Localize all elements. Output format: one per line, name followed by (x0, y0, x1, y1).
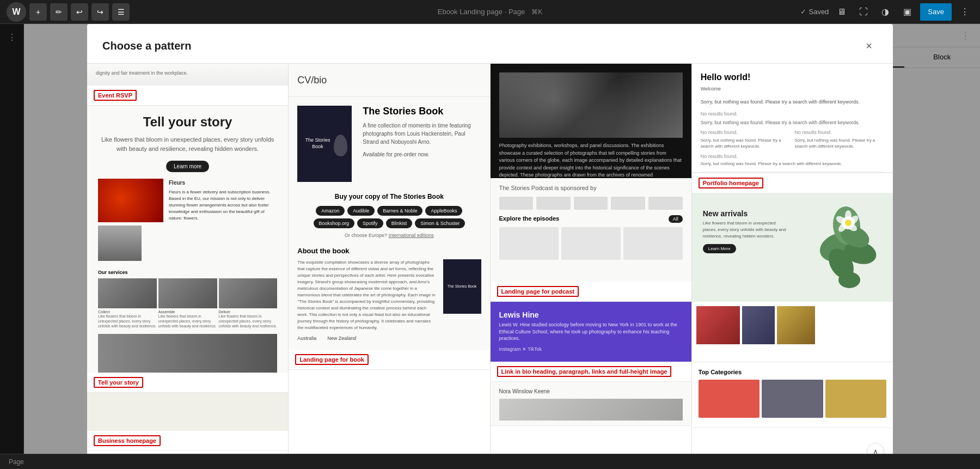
retailer-audible: Audible (347, 206, 375, 216)
tools-button[interactable]: ✏ (50, 3, 68, 21)
nora-name: Nora Winslow Keene (499, 388, 683, 394)
pattern-col-2[interactable]: CV/bio The Stories Book (289, 64, 490, 469)
all-episodes-btn[interactable]: All (669, 215, 683, 223)
buy-title: Buy your copy of The Stories Book (297, 193, 481, 200)
contrast-button[interactable]: ◑ (877, 3, 894, 21)
pattern-card-podcast[interactable]: Photography exhibitions, workshops, and … (491, 64, 691, 302)
hw-no-results-label-3: No results found. (701, 154, 884, 159)
retailer-apple: AppleBooks (425, 206, 462, 216)
pattern-card-link-bio[interactable]: Lewis Hine Lewis W. Hine studied sociolo… (491, 302, 691, 382)
sidebar-toggle-button[interactable]: ▣ (898, 3, 916, 21)
save-button[interactable]: Save (920, 3, 952, 21)
fullscreen-button[interactable]: ⛶ (855, 3, 872, 21)
retailer-blinkist: Blinkist (386, 218, 413, 228)
pattern-preview-podcast-top: Photography exhibitions, workshops, and … (491, 64, 691, 178)
svg-point-12 (845, 220, 852, 226)
episode-card-2 (561, 227, 621, 260)
list-view-button[interactable]: ☰ (112, 3, 130, 21)
pattern-col-3[interactable]: Photography exhibitions, workshops, and … (491, 64, 692, 469)
portfolio-inner: New arrivals Like flowers that bloom in … (692, 193, 893, 349)
service-img-2 (158, 278, 217, 308)
story-red-image (98, 179, 163, 222)
pattern-preview-hello-world: Hello world! Welcome Sorry, but nothing … (692, 64, 893, 173)
service-item-1: Collect Like flowers that bloom in unexp… (98, 278, 157, 328)
story-layout: Fleurs Fleurs is a flower delivery and s… (98, 179, 277, 261)
pattern-card-business-scroll[interactable]: Business homepage (87, 393, 288, 451)
pattern-preview-link-bio: Lewis Hine Lewis W. Hine studied sociolo… (491, 302, 691, 362)
buy-buttons: Amazon Audible Barnes & Noble AppleBooks… (297, 206, 481, 228)
edition-links: AustraliaNew Zealand (297, 336, 481, 341)
pattern-preview-sponsored: The Stories Podcast is sponsored by (491, 178, 691, 282)
book-info: The Stories Book A fine collection of mo… (363, 106, 481, 163)
hw-two-col: No results found. Sorry, but nothing was… (701, 130, 884, 149)
cvbio-label-text: CV/bio (297, 75, 327, 86)
pattern-preview-cvbio: CV/bio (289, 64, 489, 96)
pattern-card-nora[interactable]: Nora Winslow Keene (491, 382, 691, 426)
category-item-2 (762, 380, 823, 418)
keyboard-shortcut: ⌘K (531, 8, 542, 16)
pattern-label-book-landing: Landing page for book (295, 354, 369, 365)
dialog-header: Choose a pattern × (87, 24, 893, 64)
pattern-col-1[interactable]: dignity and fair treatment in the workpl… (87, 64, 289, 469)
thumb-3 (777, 306, 815, 344)
pattern-card-book-landing[interactable]: The Stories Book The Stories Book A fine… (289, 97, 489, 370)
pattern-card-tell-story[interactable]: Tell your story Like flowers that bloom … (87, 106, 288, 393)
dialog-close-button[interactable]: × (860, 37, 878, 54)
story-brand-name: Fleurs (169, 179, 277, 187)
service-item-2: Assemble Like flowers that bloom in unex… (158, 278, 217, 328)
about-book-section: About the book The exquisite compilation… (297, 247, 481, 341)
top-cat-title: Top Categories (699, 369, 886, 375)
portfolio-arrivals-text: New arrivals (703, 209, 790, 218)
wordpress-logo[interactable]: W (7, 2, 26, 22)
undo-button[interactable]: ↩ (71, 3, 88, 21)
toolbar-left: W + ✏ ↩ ↪ ☰ (7, 2, 796, 22)
story-services-section: Our services Collect Like flowers that b… (98, 270, 277, 328)
pattern-preview-book: The Stories Book The Stories Book A fine… (289, 97, 489, 350)
portfolio-thumbs (692, 302, 893, 349)
pattern-card-cvbio[interactable]: CV/bio (289, 64, 489, 97)
pattern-col-4[interactable]: Hello world! Welcome Sorry, but nothing … (692, 64, 893, 469)
choose-pattern-dialog: Choose a pattern × dignity and fair trea… (87, 24, 893, 469)
pattern-card-top-categories[interactable]: Top Categories (692, 362, 893, 428)
pattern-preview-tell-story: Tell your story Like flowers that bloom … (87, 106, 288, 373)
service-label-2: Assemble (158, 310, 217, 314)
hello-world-inner: Hello world! Welcome Sorry, but nothing … (692, 64, 893, 173)
story-title-text: Tell your story (98, 114, 277, 130)
hw-col-2: No results found. Sorry, but nothing was… (794, 130, 884, 149)
business-scroll-preview (87, 393, 288, 431)
portfolio-text-overlay: New arrivals Like flowers that bloom in … (703, 209, 790, 253)
view-mode-button[interactable]: 🖥 (833, 3, 850, 21)
pattern-card-event-rsvp[interactable]: dignity and fair treatment in the workpl… (87, 64, 288, 106)
story-preview-content: Tell your story Like flowers that bloom … (87, 106, 288, 373)
sponsor-logos (499, 197, 683, 210)
add-block-button[interactable]: + (29, 3, 47, 21)
book-title: The Stories Book (363, 106, 481, 117)
story-bottom-image (98, 334, 277, 373)
hw-no-results-text-2: Sorry, but nothing was found. Please try… (701, 120, 884, 125)
service-img-3 (219, 278, 278, 308)
book-buy-section: Buy your copy of The Stories Book Amazon… (297, 193, 481, 238)
story-images-col (98, 179, 163, 261)
options-button[interactable]: ⋮ (956, 3, 973, 21)
pattern-label-event-rsvp: Event RSVP (94, 90, 137, 101)
retailer-amazon: Amazon (316, 206, 345, 216)
redo-button[interactable]: ↪ (91, 3, 109, 21)
pattern-grid: dignity and fair treatment in the workpl… (87, 64, 893, 469)
dialog-title: Choose a pattern (102, 40, 191, 52)
about-book-text: The exquisite compilation showcases a di… (297, 259, 436, 331)
hw-col-1: No results found. Sorry, but nothing was… (701, 130, 791, 149)
portfolio-learn-btn: Learn More (703, 244, 736, 253)
thumb-2 (742, 306, 775, 344)
divider (701, 172, 884, 172)
thumb-1 (696, 306, 740, 344)
episode-cards (499, 227, 683, 260)
pattern-card-hello-world[interactable]: Hello world! Welcome Sorry, but nothing … (692, 64, 893, 173)
page-title: Ebook Landing page · Page (438, 8, 525, 16)
episode-card-3 (623, 227, 683, 260)
category-item-3 (825, 380, 886, 418)
nora-preview: Nora Winslow Keene (491, 382, 691, 425)
about-book-title: About the book (297, 247, 481, 255)
saved-status: ✓ Saved (800, 8, 829, 16)
pattern-card-portfolio[interactable]: Portfolio homepage (692, 173, 893, 362)
services-row: Collect Like flowers that bloom in unexp… (98, 278, 277, 328)
